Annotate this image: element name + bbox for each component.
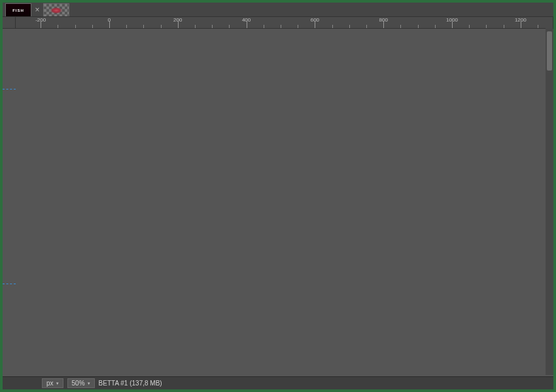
- chevron-down-icon: ▾: [88, 381, 90, 386]
- document-tab-2[interactable]: [43, 3, 69, 16]
- chevron-down-icon: ▾: [56, 381, 59, 386]
- status-bar: px▾ 50%▾ BETTA #1 (137,8 MB): [3, 376, 553, 389]
- fish-thumbnail-icon: [49, 6, 63, 15]
- vertical-ruler[interactable]: [546, 17, 553, 29]
- close-tab-1-icon[interactable]: ×: [33, 3, 42, 16]
- workspace: -200020040060080010001200: [3, 17, 553, 375]
- guide-horizontal[interactable]: [3, 89, 16, 90]
- document-tab-1[interactable]: FISH: [5, 3, 31, 16]
- ruler-origin[interactable]: [3, 17, 16, 29]
- horizontal-ruler[interactable]: -200020040060080010001200: [16, 17, 546, 29]
- vertical-scrollbar[interactable]: [546, 29, 553, 375]
- document-info: BETTA #1 (137,8 MB): [99, 380, 162, 387]
- scrollbar-thumb[interactable]: [547, 31, 552, 71]
- unit-dropdown[interactable]: px▾: [42, 378, 63, 388]
- canvas-viewport[interactable]: BETTA FISH BEAUTY OF THE FAUNA: [3, 29, 16, 375]
- guide-horizontal[interactable]: [3, 284, 16, 284]
- document-tabstrip: FISH ×: [3, 3, 553, 17]
- zoom-dropdown[interactable]: 50%▾: [67, 378, 95, 388]
